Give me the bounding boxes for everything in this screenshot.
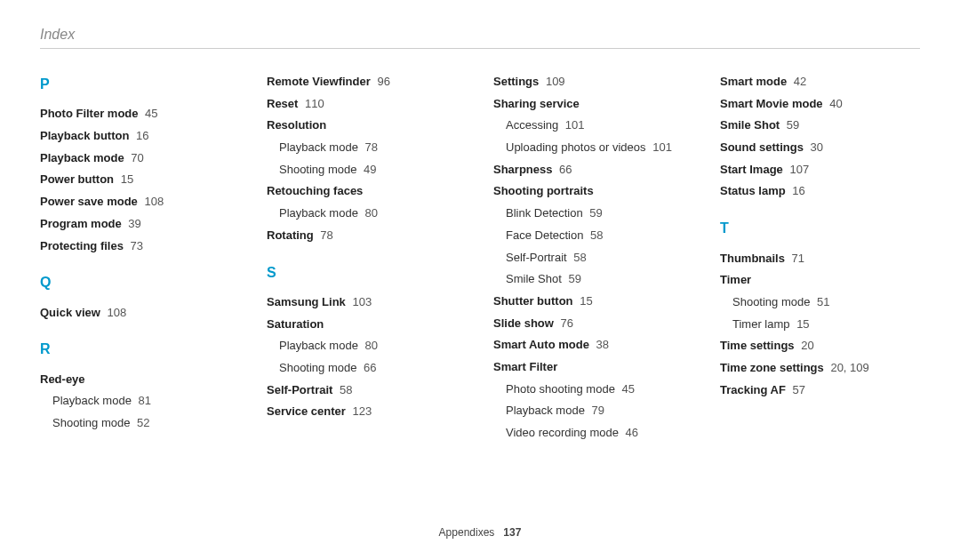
index-entry-label: Smart mode xyxy=(720,75,787,88)
index-entry: Playback button 16 xyxy=(40,125,240,148)
index-sub-entry: Blink Detection 59 xyxy=(506,203,693,225)
index-entry-page: 16 xyxy=(132,129,148,142)
footer-section: Appendixes xyxy=(439,526,495,539)
index-sub-entry: Smile Shot 59 xyxy=(506,268,693,291)
index-entry-page: 96 xyxy=(374,75,390,88)
index-letter-heading: T xyxy=(720,215,920,242)
index-entry: Photo Filter mode 45 xyxy=(40,103,240,125)
index-entry-page: 15 xyxy=(577,294,593,308)
index-sub-entry-page: 81 xyxy=(135,394,151,407)
index-sub-entry: Shooting mode 51 xyxy=(732,292,920,314)
index-entry: Smart Auto mode 38 xyxy=(493,334,693,356)
index-entry-label: Photo Filter mode xyxy=(40,107,139,120)
index-entry: Settings 109 xyxy=(493,71,693,93)
index-entry-page: 73 xyxy=(127,239,143,252)
index-sub-entry-label: Playback mode xyxy=(279,140,358,154)
index-columns: PPhoto Filter mode 45Playback button 16P… xyxy=(40,71,920,444)
index-sub-entry-page: 52 xyxy=(133,416,149,429)
index-sub-entry: Playback mode 78 xyxy=(279,137,467,159)
index-entry: Shooting portraits xyxy=(493,180,693,203)
index-sub-entry: Playback mode 80 xyxy=(279,335,467,357)
index-sub-entry-label: Playback mode xyxy=(279,206,358,220)
index-column: Smart mode 42Smart Movie mode 40Smile Sh… xyxy=(720,71,920,444)
index-sub-entry-page: 101 xyxy=(650,140,672,154)
index-entry-label: Time settings xyxy=(720,339,795,352)
index-entry: Start Image 107 xyxy=(720,159,920,181)
index-column: PPhoto Filter mode 45Playback button 16P… xyxy=(40,71,240,444)
index-entry-label: Saturation xyxy=(267,317,324,331)
index-entry: Tracking AF 57 xyxy=(720,380,920,402)
index-entry-label: Protecting files xyxy=(40,239,124,252)
index-entry-label: Sound settings xyxy=(720,140,804,154)
index-sub-entry-label: Accessing xyxy=(506,118,558,132)
index-entry-label: Playback button xyxy=(40,129,129,142)
index-entry: Protecting files 73 xyxy=(40,236,240,258)
index-sub-entry: Playback mode 80 xyxy=(279,203,467,225)
index-entry-label: Resolution xyxy=(267,118,326,132)
index-entry: Red-eye xyxy=(40,369,240,391)
index-letter-heading: P xyxy=(40,71,240,98)
index-sub-entry-page: 49 xyxy=(360,163,376,176)
index-entry: Slide show 76 xyxy=(493,313,693,335)
index-entry-page: 107 xyxy=(787,163,809,176)
index-entry-label: Retouching faces xyxy=(267,184,363,197)
index-entry-label: Thumbnails xyxy=(720,252,785,265)
index-entry-page: 58 xyxy=(336,383,352,396)
index-entry-label: Smart Filter xyxy=(493,360,557,373)
index-sub-entry-label: Face Detection xyxy=(506,228,583,242)
index-sub-entry: Accessing 101 xyxy=(506,115,693,137)
index-entry: Smile Shot 59 xyxy=(720,115,920,137)
index-entry-label: Service center xyxy=(267,404,346,418)
index-entry-page: 38 xyxy=(593,338,609,351)
index-entry-label: Reset xyxy=(267,97,298,110)
index-entry-label: Remote Viewfinder xyxy=(267,75,371,88)
index-entry-label: Timer xyxy=(720,273,751,286)
index-entry: Smart Filter xyxy=(493,356,693,379)
index-entry: Quick view 108 xyxy=(40,302,240,324)
index-entry-label: Red-eye xyxy=(40,372,85,386)
index-entry-page: 42 xyxy=(790,75,806,88)
index-sub-entry-page: 79 xyxy=(588,404,604,417)
index-sub-entry: Shooting mode 52 xyxy=(52,412,240,435)
index-entry: Remote Viewfinder 96 xyxy=(267,71,467,93)
index-sub-entry-label: Shooting mode xyxy=(279,163,356,176)
index-entry-page: 123 xyxy=(349,404,372,418)
index-entry-label: Shutter button xyxy=(493,294,573,308)
index-entry-page: 70 xyxy=(128,151,144,164)
index-entry-label: Rotating xyxy=(267,228,314,242)
index-entry: Program mode 39 xyxy=(40,213,240,236)
index-sub-entry-label: Shooting mode xyxy=(52,416,130,429)
index-sub-entry-label: Uploading photos or videos xyxy=(506,140,646,154)
index-entry-page: 103 xyxy=(349,295,372,308)
index-entry-label: Self-Portrait xyxy=(267,383,332,396)
index-sub-entry-page: 59 xyxy=(587,206,603,220)
index-entry-page: 59 xyxy=(783,118,799,132)
index-sub-entry-page: 58 xyxy=(571,251,587,264)
index-sub-entry-page: 80 xyxy=(362,206,378,220)
index-entry-label: Playback mode xyxy=(40,151,124,164)
index-sub-entry-page: 101 xyxy=(562,118,584,132)
index-sub-entry-page: 59 xyxy=(565,272,581,285)
page-header: Index xyxy=(40,27,920,49)
index-entry: Time zone settings 20, 109 xyxy=(720,357,920,380)
index-sub-entry-label: Self-Portrait xyxy=(506,251,567,264)
index-sub-entry-label: Video recording mode xyxy=(506,426,619,439)
index-entry-page: 30 xyxy=(807,140,823,154)
index-sub-entry-page: 78 xyxy=(362,140,378,154)
index-sub-entry-label: Playback mode xyxy=(506,404,585,417)
index-sub-entry: Playback mode 79 xyxy=(506,400,693,422)
index-entry: Thumbnails 71 xyxy=(720,248,920,270)
index-entry-page: 110 xyxy=(301,97,324,110)
index-sub-entry-page: 45 xyxy=(619,382,635,396)
page-title: Index xyxy=(40,27,920,43)
index-entry-page: 78 xyxy=(317,228,333,242)
index-entry-label: Program mode xyxy=(40,217,122,230)
index-entry: Resolution xyxy=(267,115,467,137)
index-entry-label: Power button xyxy=(40,172,114,186)
index-entry: Rotating 78 xyxy=(267,225,467,247)
index-entry-label: Settings xyxy=(493,75,539,88)
index-entry: Reset 110 xyxy=(267,93,467,116)
index-entry: Power button 15 xyxy=(40,169,240,191)
index-entry: Saturation xyxy=(267,314,467,336)
index-entry-page: 40 xyxy=(827,97,843,110)
